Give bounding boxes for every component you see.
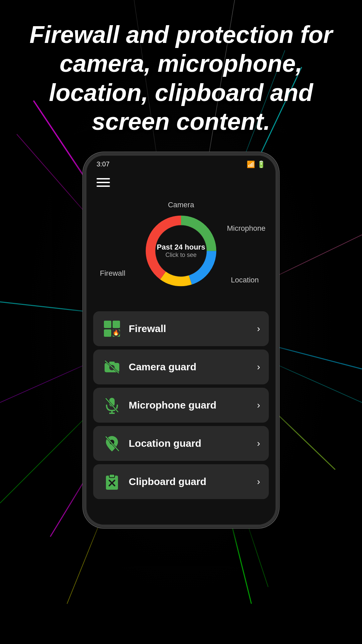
clipboard-guard-icon [102,472,122,492]
menu-list: 🔥 Firewall › [86,311,276,506]
location-arrow: › [257,438,260,449]
svg-rect-19 [113,321,120,328]
microphone-guard-icon [102,395,122,415]
phone-container: 3:07 📶 🔋 Camera Microphone Firewall Loca… [0,153,362,527]
status-time: 3:07 [97,160,110,168]
svg-text:🔥: 🔥 [113,329,119,336]
camera-arrow: › [257,362,260,372]
phone-screen: 3:07 📶 🔋 Camera Microphone Firewall Loca… [86,156,276,525]
hero-text: Firewall and protection for camera, micr… [0,0,362,146]
microphone-arrow: › [257,400,260,411]
svg-rect-38 [109,474,115,478]
firewall-arrow: › [257,323,260,334]
label-microphone: Microphone [227,224,265,233]
label-firewall: Firewall [100,269,125,278]
menu-item-microphone[interactable]: Microphone guard › [93,388,269,423]
menu-item-camera[interactable]: Camera guard › [93,350,269,384]
label-location: Location [231,276,259,284]
status-signal: 📶 🔋 [247,160,265,168]
hamburger-line-2 [97,182,110,183]
camera-label: Camera guard [129,361,250,373]
label-camera: Camera [168,201,194,209]
donut-center: Past 24 hours Click to see [157,243,205,259]
firewall-icon: 🔥 [102,319,122,339]
menu-item-location[interactable]: Location guard › [93,426,269,461]
hamburger-menu[interactable] [86,171,276,194]
svg-rect-26 [109,362,115,364]
clipboard-arrow: › [257,476,260,487]
camera-guard-icon [102,357,122,377]
location-guard-icon [102,433,122,453]
firewall-label: Firewall [129,323,250,334]
menu-item-firewall[interactable]: 🔥 Firewall › [93,311,269,346]
hamburger-line-1 [97,178,110,179]
status-bar: 3:07 📶 🔋 [86,156,276,171]
phone-frame: 3:07 📶 🔋 Camera Microphone Firewall Loca… [84,153,278,527]
chart-title: Past 24 hours [157,243,205,252]
location-label: Location guard [129,438,250,449]
chart-area[interactable]: Camera Microphone Firewall Location [86,197,276,305]
hamburger-line-3 [97,185,110,187]
clipboard-label: Clipboard guard [129,476,250,487]
svg-rect-20 [104,329,111,337]
menu-item-clipboard[interactable]: Clipboard guard › [93,464,269,499]
microphone-label: Microphone guard [129,399,250,411]
svg-rect-18 [104,321,111,328]
chart-subtitle: Click to see [165,252,196,259]
